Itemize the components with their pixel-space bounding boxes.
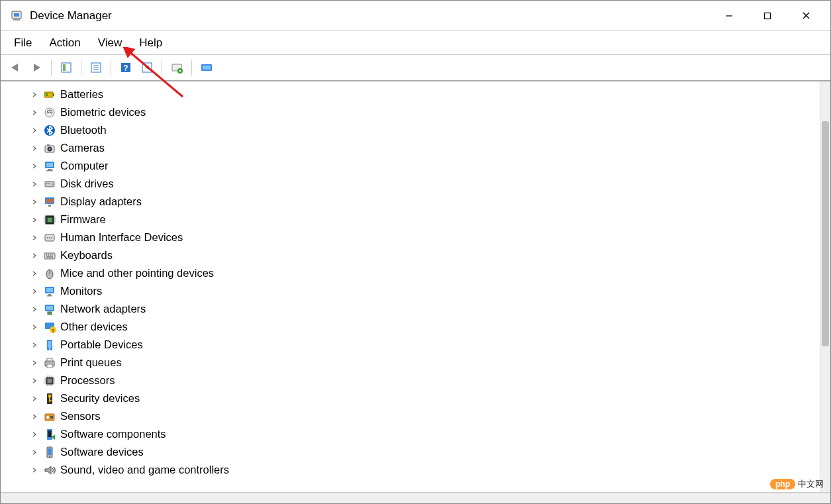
forward-button[interactable] — [27, 58, 46, 77]
expand-icon[interactable] — [30, 412, 39, 421]
expand-icon[interactable] — [30, 251, 39, 260]
device-category-row[interactable]: Portable Devices — [5, 336, 820, 354]
device-category-row[interactable]: Software components — [5, 425, 820, 443]
device-category-label: Bluetooth — [60, 125, 107, 136]
device-category-label: Print queues — [60, 357, 122, 368]
device-category-row[interactable]: Other devices — [5, 318, 820, 336]
device-category-label: Software devices — [60, 446, 144, 458]
expand-icon[interactable] — [30, 430, 39, 439]
expand-icon[interactable] — [30, 126, 39, 135]
back-icon — [9, 62, 22, 73]
device-category-row[interactable]: Mice and other pointing devices — [5, 264, 820, 282]
device-tree[interactable]: BatteriesBiometric devicesBluetoothCamer… — [1, 81, 820, 492]
expand-icon[interactable] — [30, 394, 39, 403]
sensor-icon — [43, 410, 56, 423]
device-category-row[interactable]: Bluetooth — [5, 121, 820, 139]
expand-icon[interactable] — [30, 358, 39, 368]
expand-icon[interactable] — [30, 323, 39, 332]
update-driver-button[interactable] — [138, 58, 156, 77]
expand-icon[interactable] — [30, 233, 39, 242]
processor-icon — [43, 374, 56, 387]
scan-hardware-button[interactable] — [168, 58, 186, 77]
device-category-row[interactable]: Print queues — [5, 354, 820, 372]
device-category-row[interactable]: Software devices — [5, 443, 820, 461]
device-category-label: Batteries — [60, 89, 103, 100]
close-button[interactable] — [787, 3, 825, 29]
device-category-row[interactable]: Cameras — [5, 139, 820, 157]
menu-action[interactable]: Action — [41, 34, 88, 52]
vertical-scrollbar[interactable] — [820, 81, 830, 492]
device-category-row[interactable]: Batteries — [5, 85, 820, 103]
device-category-row[interactable]: Security devices — [5, 389, 820, 407]
device-category-label: Computer — [60, 160, 108, 172]
horizontal-scrollbar[interactable] — [1, 493, 830, 503]
device-category-label: Monitors — [60, 285, 102, 297]
device-category-row[interactable]: Human Interface Devices — [5, 228, 820, 246]
device-category-row[interactable]: Computer — [5, 157, 820, 175]
window-controls — [710, 3, 825, 29]
menu-view[interactable]: View — [90, 34, 130, 52]
expand-icon[interactable] — [30, 376, 39, 385]
device-category-label: Sensors — [60, 411, 101, 422]
battery-icon — [43, 88, 56, 101]
content-area: BatteriesBiometric devicesBluetoothCamer… — [1, 81, 830, 493]
device-category-row[interactable]: Monitors — [5, 282, 820, 300]
svg-rect-24 — [203, 66, 211, 70]
expand-icon[interactable] — [30, 162, 39, 171]
expand-icon[interactable] — [30, 269, 39, 278]
titlebar: Device Manager — [1, 1, 830, 31]
add-legacy-icon — [200, 62, 213, 73]
device-category-row[interactable]: Keyboards — [5, 246, 820, 264]
device-category-row[interactable]: Processors — [5, 372, 820, 389]
device-category-row[interactable]: Network adapters — [5, 300, 820, 318]
display-adapter-icon — [43, 195, 56, 209]
device-category-row[interactable]: Disk drives — [5, 175, 820, 193]
expand-icon[interactable] — [30, 448, 39, 457]
expand-icon[interactable] — [30, 144, 39, 153]
device-category-row[interactable]: Biometric devices — [5, 103, 820, 121]
device-category-row[interactable]: Sensors — [5, 407, 820, 425]
help-toolbar-button[interactable]: ? — [117, 58, 135, 77]
expand-icon[interactable] — [30, 179, 39, 189]
back-button[interactable] — [6, 58, 24, 77]
svg-rect-1 — [14, 13, 19, 17]
computer-icon — [43, 160, 56, 173]
network-icon — [43, 303, 56, 316]
expand-icon[interactable] — [30, 215, 39, 225]
expand-icon[interactable] — [30, 197, 39, 207]
add-legacy-hardware-button[interactable] — [197, 58, 216, 77]
expand-icon[interactable] — [30, 108, 39, 117]
device-category-row[interactable]: Firmware — [5, 211, 820, 228]
disk-icon — [43, 177, 56, 191]
device-category-label: Biometric devices — [60, 107, 146, 118]
device-category-row[interactable]: Display adapters — [5, 193, 820, 211]
bluetooth-icon — [43, 124, 56, 137]
menu-help[interactable]: Help — [131, 34, 170, 52]
keyboard-icon — [43, 249, 56, 262]
expand-icon[interactable] — [30, 90, 39, 99]
show-hide-tree-button[interactable] — [57, 58, 75, 77]
properties-button[interactable] — [87, 58, 105, 77]
watermark-badge: php — [770, 479, 795, 489]
device-category-label: Disk drives — [60, 178, 114, 189]
device-category-label: Other devices — [60, 321, 128, 332]
device-category-label: Display adapters — [60, 196, 142, 207]
minimize-button[interactable] — [710, 3, 748, 29]
device-manager-window: Device Manager File Action View Help — [0, 0, 831, 504]
expand-icon[interactable] — [30, 466, 39, 475]
maximize-button[interactable] — [748, 3, 787, 29]
vertical-scrollbar-thumb[interactable] — [822, 121, 829, 346]
svg-rect-2 — [13, 19, 20, 21]
expand-icon[interactable] — [30, 305, 39, 314]
expand-icon[interactable] — [30, 287, 39, 296]
device-category-row[interactable]: Sound, video and game controllers — [5, 461, 820, 479]
expand-icon[interactable] — [30, 340, 39, 350]
device-category-label: Portable Devices — [60, 339, 143, 350]
device-manager-app-icon — [10, 9, 23, 23]
menu-file[interactable]: File — [6, 34, 40, 52]
svg-rect-4 — [765, 13, 771, 19]
portable-device-icon — [43, 338, 56, 352]
svg-marker-8 — [34, 64, 40, 72]
device-category-label: Cameras — [60, 142, 105, 154]
watermark-text: 中文网 — [798, 478, 824, 490]
